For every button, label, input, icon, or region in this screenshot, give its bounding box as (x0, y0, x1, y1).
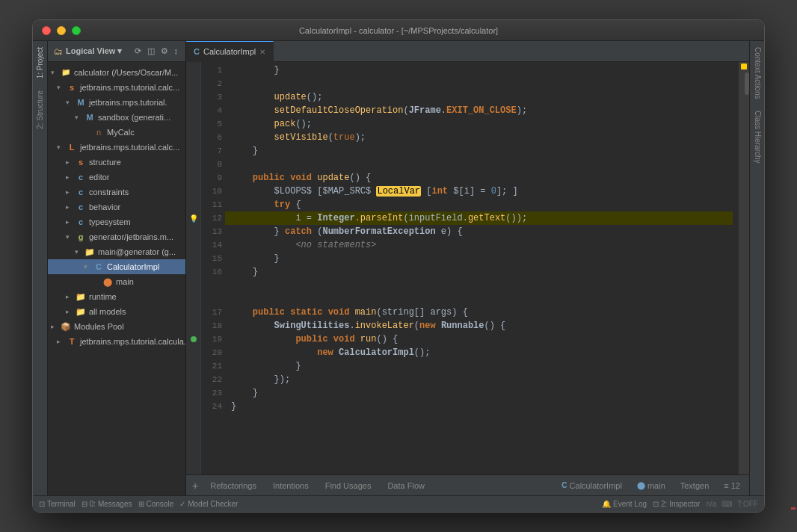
java-icon: C (93, 262, 105, 272)
strip-tab-project[interactable]: 1: Project (34, 41, 46, 84)
tree-item-constraints[interactable]: ▸ c constraints (48, 185, 185, 200)
tree-label: CalculatorImpl (107, 260, 159, 273)
tree-item-jetbrains4[interactable]: ▸ T jetbrains.mps.tutorial.calcula... (48, 334, 185, 349)
sidebar-collapse-icon[interactable]: ◫ (146, 46, 156, 57)
tab-refactorings[interactable]: Refactorings (203, 480, 264, 492)
arrow-icon: ▸ (66, 170, 75, 184)
main-layout: 1: Project 2: Structure 🗂 Logical View ▾… (33, 41, 764, 495)
tree-item-behavior[interactable]: ▸ c behavior (48, 200, 185, 214)
behavior-icon: c (75, 202, 87, 212)
tree-item-runtime[interactable]: ▸ 📁 runtime (48, 289, 185, 304)
typesystem-icon: c (75, 217, 87, 227)
checker-icon: ✓ (179, 500, 185, 508)
toff-text: T:OFF (737, 500, 758, 508)
module-icon: n (93, 127, 105, 137)
tree-item-jetbrains2[interactable]: ▾ M jetbrains.mps.tutorial. (48, 95, 185, 110)
close-button[interactable] (42, 26, 51, 35)
sidebar: 🗂 Logical View ▾ ⟳ ◫ ⚙ ↕ ▾ 📁 calculator … (48, 41, 186, 495)
sidebar-sync-icon[interactable]: ⟳ (133, 46, 143, 57)
arrow-icon: ▾ (75, 111, 84, 124)
sidebar-toolbar: ⟳ ◫ ⚙ ↕ (133, 46, 180, 57)
editor-tabs: C CalculatorImpl ✕ (186, 41, 749, 62)
tree-item-jetbrains1[interactable]: ▾ s jetbrains.mps.tutorial.calc... (48, 80, 185, 95)
tree-label: Modules Pool (74, 320, 124, 333)
bottom-tabs-bar: + Refactorings Intentions Find Usages Da… (186, 474, 749, 495)
tree-label: main@generator (g... (98, 245, 176, 259)
tab-calculatorimpl[interactable]: C CalculatorImpl ✕ (186, 41, 274, 62)
right-tab-class-hierarchy[interactable]: Class Hierarchy (750, 105, 764, 170)
minimize-button[interactable] (57, 26, 66, 35)
tree-item-all-models[interactable]: ▸ 📁 all models (48, 304, 185, 319)
tree-item-typesystem[interactable]: ▸ c typesystem (48, 214, 185, 229)
status-event-log[interactable]: 🔔 Event Log (602, 500, 647, 508)
scroll-warning-marker (741, 64, 747, 69)
main-window: CalculatorImpl - calculator - [~/MPSProj… (32, 19, 765, 513)
maximize-button[interactable] (72, 26, 81, 35)
tree-item-calculatorimpl[interactable]: ▾ C CalculatorImpl (48, 259, 185, 274)
breadcrumb-textgen[interactable]: Textgen (674, 480, 716, 492)
status-label: 0: Messages (90, 500, 132, 508)
tree-item-mycalc[interactable]: ▸ n MyCalc (48, 125, 185, 140)
breadcrumb-line-num[interactable]: ≡ 12 (718, 480, 746, 492)
tree-item-sandbox[interactable]: ▾ M sandbox (generati... (48, 110, 185, 125)
tree-label: calculator (/Users/Oscar/M... (74, 66, 178, 79)
tree-item-calculator[interactable]: ▾ 📁 calculator (/Users/Oscar/M... (48, 65, 185, 80)
tab-data-flow[interactable]: Data Flow (380, 480, 432, 492)
tree-label: generator/jetbrains.m... (89, 230, 173, 244)
warning-bulb-icon[interactable]: 💡 (188, 212, 200, 224)
folder-icon: 📁 (75, 306, 87, 317)
breadcrumb-label: ≡ 12 (724, 481, 740, 490)
status-messages[interactable]: ⊟ 0: Messages (81, 500, 132, 508)
arrow-icon: ▸ (66, 185, 75, 199)
tree-item-structure[interactable]: ▸ s structure (48, 155, 185, 170)
tree-item-jetbrains3[interactable]: ▾ L jetbrains.mps.tutorial.calc... (48, 140, 185, 155)
structure-icon: s (66, 82, 78, 93)
status-console[interactable]: ⊞ Console (138, 500, 174, 508)
tree-item-main-generator[interactable]: ▾ 📁 main@generator (g... (48, 244, 185, 259)
tree-item-editor[interactable]: ▸ c editor (48, 170, 185, 185)
status-inspector[interactable]: ⊡ 2: Inspector (653, 500, 700, 508)
sidebar-gear-icon[interactable]: ⚙ (159, 46, 170, 57)
status-model-checker[interactable]: ✓ Model Checker (179, 500, 238, 508)
breadcrumb-calculatorimpl[interactable]: C CalculatorImpl (556, 480, 628, 492)
arrow-icon: ▸ (57, 335, 66, 348)
status-terminal[interactable]: ⊡ Terminal (39, 500, 76, 508)
extra-text: n/a (706, 500, 716, 508)
breadcrumb-gear-icon: ⬤ (637, 481, 645, 489)
strip-tab-structure[interactable]: 2: Structure (34, 84, 46, 135)
tab-close-icon[interactable]: ✕ (259, 48, 265, 56)
log-icon: 🔔 (602, 500, 611, 508)
tree-item-modules-pool[interactable]: ▸ 📦 Modules Pool (48, 319, 185, 334)
status-label: Event Log (613, 500, 647, 508)
tree-label: jetbrains.mps.tutorial. (89, 96, 167, 109)
breadcrumb-main[interactable]: ⬤ main (631, 480, 671, 492)
tab-intentions[interactable]: Intentions (265, 480, 316, 492)
folder-icon: 📁 (75, 291, 87, 302)
generator-icon: g (75, 232, 87, 242)
status-right: 🔔 Event Log ⊡ 2: Inspector n/a ⌨ T:OFF (602, 500, 758, 508)
tab-find-usages[interactable]: Find Usages (318, 480, 379, 492)
run-indicator-icon[interactable] (188, 333, 200, 345)
tree-item-main[interactable]: ▸ ⬤ main (48, 274, 185, 289)
status-label: Model Checker (188, 500, 238, 508)
arrow-icon: ▸ (66, 290, 75, 303)
right-scrollbar[interactable] (739, 62, 749, 474)
code-editor[interactable]: } update(); setDefaultCloseOperation(JFr… (225, 62, 739, 474)
status-bar: ⊡ Terminal ⊟ 0: Messages ⊞ Console ✓ Mod… (33, 495, 764, 512)
folder-icon: 📁 (60, 67, 72, 78)
right-tab-context-actions[interactable]: Context Actions (750, 41, 764, 105)
editor-icon: c (75, 172, 87, 182)
breadcrumb-label: Textgen (680, 481, 710, 490)
arrow-icon: ▸ (66, 200, 75, 214)
tree-label: editor (89, 170, 110, 184)
sidebar-tree: ▾ 📁 calculator (/Users/Oscar/M... ▾ s je… (48, 62, 185, 495)
tree-item-generator[interactable]: ▾ g generator/jetbrains.m... (48, 229, 185, 244)
arrow-icon: ▾ (51, 66, 60, 79)
add-tab-button[interactable]: + (189, 480, 201, 492)
sidebar-sort-icon[interactable]: ↕ (173, 46, 180, 57)
tab-icon: C (194, 47, 200, 56)
tree-label: typesystem (89, 215, 131, 229)
tab-label: CalculatorImpl (203, 47, 256, 56)
tree-label: sandbox (generati... (98, 111, 170, 124)
sidebar-folder-icon: 🗂 (54, 46, 63, 57)
